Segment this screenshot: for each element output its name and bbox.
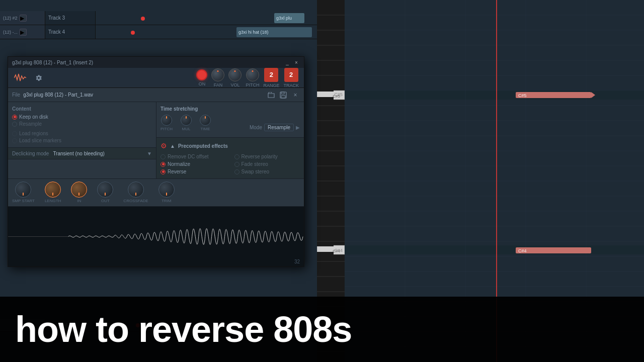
sample-controls-row: SMP START LENGTH IN OUT xyxy=(8,178,304,206)
precomp-red-icon: ⚙ xyxy=(160,142,167,150)
smp-start-area: SMP START xyxy=(12,182,35,203)
track3-name-area: Track 3 xyxy=(45,11,96,25)
plugin-window: g3xl plug 808 (12) - Part_1 (Insert 2) _… xyxy=(8,56,304,267)
ts-mul-knob-area: MUL xyxy=(181,115,192,131)
in-area: IN xyxy=(71,182,87,203)
swap-stereo-option[interactable]: Swap stereo xyxy=(234,169,300,174)
load-regions-option[interactable]: Load regions xyxy=(12,131,152,136)
reverse-polarity-label: Reverse polarity xyxy=(242,154,278,159)
fan-label: FAN xyxy=(214,82,223,87)
fade-stereo-option[interactable]: Fade stereo xyxy=(234,161,300,167)
pitch-knob[interactable] xyxy=(246,68,259,81)
track3-row: (12) #2 ▶ Track 3 g3xl plu xyxy=(0,11,317,25)
reverse-option[interactable]: Reverse xyxy=(160,169,226,174)
precomp-header: ⚙ ▲ Precomputed effects xyxy=(160,142,300,150)
fade-stereo-label: Fade stereo xyxy=(242,161,268,167)
vol-knob-area: VOL xyxy=(228,68,242,87)
length-knob[interactable] xyxy=(45,182,61,198)
time-stretch-panel: Time stretching PITCH MUL xyxy=(156,102,304,178)
reverse-polarity-radio[interactable] xyxy=(234,154,239,159)
close-button[interactable]: × xyxy=(293,59,300,66)
vol-knob[interactable] xyxy=(228,68,242,81)
track4-name: Track 4 xyxy=(48,29,65,35)
ts-pitch-knob[interactable] xyxy=(161,115,172,126)
crossfade-knob[interactable] xyxy=(128,182,144,198)
track4-content: g3xi hi hat (18) xyxy=(96,25,317,39)
declicking-label: Declicking mode xyxy=(12,151,49,156)
ts-time-label: TIME xyxy=(200,127,210,131)
crossfade-area: CROSSFADE xyxy=(123,182,148,203)
ts-mode-dropdown[interactable]: Resample xyxy=(264,124,294,131)
settings-icon[interactable] xyxy=(31,71,45,85)
track3-clip-label: g3xl plu xyxy=(276,16,292,21)
keep-on-disk-radio[interactable] xyxy=(12,115,17,120)
content-radio-group: Keep on disk Resample xyxy=(12,114,152,127)
trim-knob[interactable] xyxy=(158,182,175,198)
daw-background: C#5 C#4 xyxy=(0,0,644,362)
svg-rect-3 xyxy=(317,85,334,92)
vol-label: VOL xyxy=(230,82,239,87)
ts-pitch-label: PITCH xyxy=(160,127,173,131)
ts-time-knob[interactable] xyxy=(200,115,211,126)
range-badge[interactable]: 2 xyxy=(264,68,278,82)
content-label: Content xyxy=(12,106,152,112)
keep-on-disk-option[interactable]: Keep on disk xyxy=(12,114,152,120)
swap-stereo-radio[interactable] xyxy=(234,169,239,174)
plugin-toolbar: ON FAN VOL PITCH 2 RANGE xyxy=(8,68,304,88)
resample-label: Resample xyxy=(19,121,42,127)
remove-dc-label: Remove DC offset xyxy=(168,154,209,159)
time-stretch-section: Time stretching PITCH MUL xyxy=(156,102,304,137)
precomp-section: ⚙ ▲ Precomputed effects Remove DC offset xyxy=(156,137,304,178)
pitch-knob-area: PITCH xyxy=(246,68,259,87)
range-label: RANGE xyxy=(263,83,279,88)
precomp-arrow: ▲ xyxy=(170,143,175,149)
smp-start-label: SMP START xyxy=(12,199,35,203)
track-badge[interactable]: 2 xyxy=(284,68,298,82)
in-knob[interactable] xyxy=(71,182,87,198)
normalize-option[interactable]: Normalize xyxy=(160,161,226,167)
reverse-polarity-option[interactable]: Reverse polarity xyxy=(234,154,300,159)
reverse-radio[interactable] xyxy=(160,169,166,174)
plugin-title: g3xl plug 808 (12) - Part_1 (Insert 2) xyxy=(12,60,93,65)
dropdown-arrow-icon[interactable]: ▼ xyxy=(147,151,152,156)
precomp-title: Precomputed effects xyxy=(178,143,228,149)
track3-badge: (12) #2 xyxy=(3,16,18,21)
load-regions-radio[interactable] xyxy=(12,131,17,136)
bottom-title-bar: how to reverse 808s xyxy=(0,297,644,362)
fan-knob[interactable] xyxy=(211,68,224,81)
track3-dot xyxy=(141,17,145,21)
normalize-radio[interactable] xyxy=(160,162,166,167)
smp-start-knob[interactable] xyxy=(15,182,31,198)
resample-radio[interactable] xyxy=(12,122,17,127)
waveform-display: 32 xyxy=(8,206,304,266)
track4-name-area: Track 4 xyxy=(45,25,96,39)
close-file-btn[interactable]: × xyxy=(291,90,300,100)
svg-rect-64 xyxy=(516,247,591,253)
save-icon-btn[interactable] xyxy=(279,90,288,100)
track3-settings-btn[interactable]: ▶ xyxy=(20,15,27,22)
load-slice-radio[interactable] xyxy=(12,138,17,143)
track4-settings-btn[interactable]: ▶ xyxy=(20,29,27,36)
resample-option[interactable]: Resample xyxy=(12,121,152,127)
folder-icon-btn[interactable] xyxy=(267,90,276,100)
declicking-row: Declicking mode Transient (no bleeding) … xyxy=(8,147,156,159)
load-slice-option[interactable]: Load slice markers xyxy=(12,138,152,143)
out-area: OUT xyxy=(97,182,113,203)
main-content-row: Content Keep on disk Resample xyxy=(8,102,304,178)
remove-dc-option[interactable]: Remove DC offset xyxy=(160,154,226,159)
track4-dot xyxy=(131,31,135,35)
normalize-label: Normalize xyxy=(168,161,190,167)
ts-mul-knob[interactable] xyxy=(181,115,192,126)
minimize-button[interactable]: _ xyxy=(284,59,291,66)
ts-mode-arrow[interactable]: ▶ xyxy=(296,125,300,130)
remove-dc-radio[interactable] xyxy=(160,154,166,159)
ts-knobs-row: PITCH MUL TIME xyxy=(160,115,300,131)
fade-stereo-radio[interactable] xyxy=(234,162,239,167)
on-button[interactable] xyxy=(196,69,207,80)
track-badge-area: 2 TRACK xyxy=(283,68,299,88)
track4-row: (12) -... ▶ Track 4 g3xi hi hat (18) xyxy=(0,25,317,39)
trim-label: TRIM xyxy=(162,199,172,203)
length-label: LENGTH xyxy=(45,199,61,203)
out-knob[interactable] xyxy=(97,182,113,198)
track-label: TRACK xyxy=(283,83,299,88)
